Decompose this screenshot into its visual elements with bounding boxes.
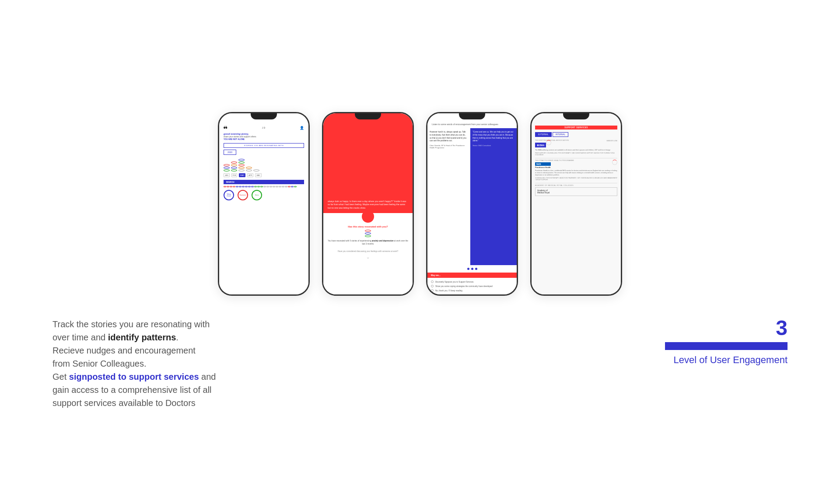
phone1-alone: YOU ARE NOT ALONE bbox=[224, 138, 304, 140]
phone1-march: MARCH bbox=[224, 180, 304, 184]
phone2-resonated-q: Has this story resonated with you? bbox=[348, 225, 388, 228]
phone4-bma-website[interactable]: WEBSITE LINK bbox=[606, 140, 617, 142]
option-2[interactable]: Show you some coping strategies the comm… bbox=[431, 285, 513, 287]
stack-5 bbox=[253, 169, 259, 172]
month-may[interactable]: MAY bbox=[255, 173, 261, 177]
phone3-dots bbox=[427, 265, 517, 273]
phone3-left-quote: However hard it is, always speak up. Tal… bbox=[430, 131, 468, 143]
option-3-label: No, thank you. I'll keep reading bbox=[435, 290, 462, 292]
option-3[interactable]: No, thank you. I'll keep reading bbox=[431, 289, 513, 292]
tab-internal[interactable]: INTERNAL bbox=[553, 132, 568, 137]
bold-identify: identify patterns bbox=[108, 332, 176, 342]
slide-label: Level of User Engagement bbox=[674, 354, 788, 366]
phone1-chart bbox=[224, 158, 304, 172]
blue-signpost: signposted to support services bbox=[69, 372, 199, 382]
bottom-left: Track the stories you are resonating wit… bbox=[52, 318, 216, 410]
phone4-php-services: COUNSELLING / PSYCHOTHERAPY / ADDICTION … bbox=[535, 177, 617, 181]
option-1-circle bbox=[431, 280, 434, 283]
phone4-academy-section: ACADEMY OF MEDICAL ROYAL COLLEGES Academ… bbox=[535, 185, 617, 196]
option-2-circle bbox=[431, 285, 434, 287]
phone4-php-title: THE PRACTICIONER HEALTH PROGRAMME bbox=[535, 160, 617, 161]
bma-logo: ⊕BMA bbox=[535, 143, 546, 147]
phone2-bottom: Has this story resonated with you? You h… bbox=[323, 213, 413, 294]
phone-1: 🕶 J D 👤 good evening jenny, share your s… bbox=[218, 112, 310, 296]
phone4-support-badge: SUPPORT SERVICES bbox=[535, 126, 617, 130]
nhs-logo: NHS bbox=[535, 162, 551, 166]
phone3-cards: However hard it is, always speak up. Tal… bbox=[427, 128, 517, 265]
month-jan[interactable]: JAN bbox=[224, 173, 230, 177]
phone4-divider-1 bbox=[535, 158, 617, 158]
phone4-divider-2 bbox=[535, 183, 617, 183]
phone1-sub: share your stories and support others bbox=[224, 136, 304, 138]
glasses-icon: 🕶 bbox=[224, 126, 228, 130]
month-mar[interactable]: MAR bbox=[239, 173, 245, 177]
phone1-circles: Talking it home Depression Stress bbox=[224, 190, 304, 200]
phone2-resonated-circle bbox=[362, 210, 374, 223]
stack-4 bbox=[246, 167, 252, 172]
option-1[interactable]: Discreetly Signpost you to Support Servi… bbox=[431, 280, 513, 283]
phone3-left-card: However hard it is, always speak up. Tal… bbox=[427, 128, 470, 265]
phone3-right-card: "Come and see us. We can help you to get… bbox=[470, 128, 517, 265]
phone3-may-we: May we... bbox=[427, 273, 517, 278]
phone4-ph-name: Practitioner Health bbox=[535, 166, 551, 168]
phone4-bma-title: THE BRITISH MEDICAL ASSOCIATION bbox=[535, 140, 569, 141]
phone4-tabs: EXTERNAL INTERNAL bbox=[535, 132, 617, 137]
phone-1-notch bbox=[251, 113, 277, 119]
main-container: 🕶 J D 👤 good evening jenny, share your s… bbox=[0, 0, 840, 504]
phone2-top-text: always look so happy. Is there ever a da… bbox=[328, 200, 408, 210]
user-icon: 👤 bbox=[300, 126, 304, 130]
tab-external[interactable]: EXTERNAL bbox=[535, 132, 552, 137]
phone1-months: JAN FEB MAR APR MAY bbox=[224, 173, 304, 177]
slide-progress-bar bbox=[665, 342, 788, 350]
circle-depression: Depression bbox=[238, 190, 248, 200]
phone2-stacks bbox=[365, 230, 371, 237]
phone-1-screen: 🕶 J D 👤 good evening jenny, share your s… bbox=[219, 113, 308, 294]
month-apr[interactable]: APR bbox=[247, 173, 253, 177]
phone4-bma-section: THE BRITISH MEDICAL ASSOCIATION WEBSITE … bbox=[535, 140, 617, 156]
phone4-bma-description: The BMA wellbeing services are available… bbox=[535, 149, 617, 151]
option-1-label: Discreetly Signpost you to Support Servi… bbox=[435, 281, 474, 283]
month-feb[interactable]: FEB bbox=[231, 173, 238, 177]
phone-4-screen: SUPPORT SERVICES EXTERNAL INTERNAL THE B… bbox=[532, 113, 621, 294]
phone4-academy-title: ACADEMY OF MEDICAL ROYAL COLLEGES bbox=[535, 185, 617, 186]
phone-4: SUPPORT SERVICES EXTERNAL INTERNAL THE B… bbox=[530, 112, 622, 296]
stack-3 bbox=[238, 159, 245, 172]
phone1-stories-badge: STORIES YOU ARE RESONATING WITH bbox=[224, 143, 304, 148]
stack-1 bbox=[224, 164, 230, 172]
down-arrow-icon: ⌄ bbox=[366, 255, 370, 259]
phone1-greeting: good evening jenny, bbox=[224, 133, 304, 135]
bottom-description: Track the stories you are resonating wit… bbox=[52, 318, 216, 410]
bottom-right: 3 Level of User Engagement bbox=[639, 318, 788, 366]
phones-row: 🕶 J D 👤 good evening jenny, share your s… bbox=[218, 112, 622, 296]
dot-2 bbox=[471, 268, 473, 270]
stack-2 bbox=[231, 161, 237, 172]
phone2-top: always look so happy. Is there ever a da… bbox=[323, 113, 413, 213]
phone4-php-spinner bbox=[612, 160, 617, 165]
option-3-circle bbox=[431, 289, 434, 292]
phone1-avatar-initials: J D bbox=[262, 126, 266, 129]
phone4-academy-name: Academy ofMedical Royal bbox=[537, 189, 615, 194]
phone2-story-text: You have resonated with 5 stories of exp… bbox=[328, 240, 408, 246]
phone-3-screen: Listen to some words of encouragement fr… bbox=[427, 113, 517, 294]
circle-stress: Stress bbox=[252, 190, 262, 200]
phone1-rings-row bbox=[224, 186, 304, 187]
option-2-label: Show you some coping strategies the comm… bbox=[435, 285, 493, 287]
phone-2-notch bbox=[355, 113, 381, 119]
phone-3: Listen to some words of encouragement fr… bbox=[426, 112, 518, 296]
phone3-options: Discreetly Signpost you to Support Servi… bbox=[427, 278, 517, 294]
phone1-year[interactable]: 2020 bbox=[224, 150, 236, 155]
phone-3-notch bbox=[459, 113, 485, 119]
slide-number: 3 bbox=[776, 318, 788, 339]
phone2-discuss: Have you considered discussing your feel… bbox=[338, 250, 399, 253]
bottom-section: Track the stories you are resonating wit… bbox=[0, 318, 840, 410]
phone4-bma-spinner bbox=[546, 140, 551, 145]
phone1-header: 🕶 J D 👤 bbox=[224, 121, 304, 130]
dot-1 bbox=[467, 268, 469, 270]
phone4-bma-services: PEER SUPPORT / COUNSELLING / PSYCHOTHERA… bbox=[535, 152, 617, 156]
phone3-right-person: Senior O&G Consultant bbox=[472, 144, 514, 147]
phone4-php-section: THE PRACTICIONER HEALTH PROGRAMME NHS Pr… bbox=[535, 160, 617, 181]
phone-2-screen: always look so happy. Is there ever a da… bbox=[323, 113, 413, 294]
bottom-line1: Track the stories you are resonating wit… bbox=[52, 319, 216, 408]
phone-2: always look so happy. Is there ever a da… bbox=[322, 112, 414, 296]
phone4-academy-box: Academy ofMedical Royal bbox=[535, 187, 617, 196]
